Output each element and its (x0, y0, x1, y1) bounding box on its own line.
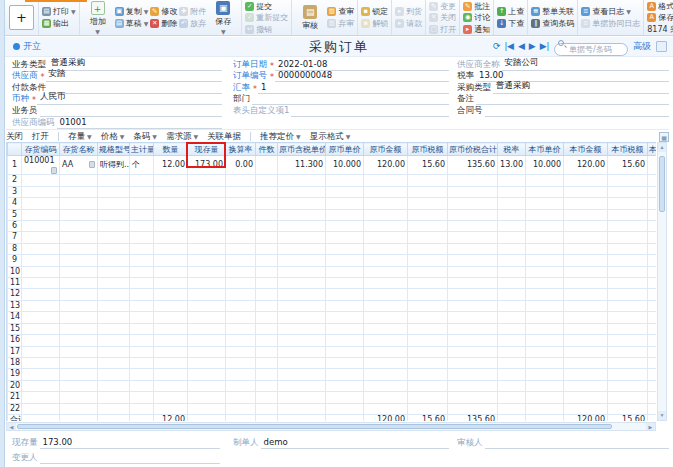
grid-cell[interactable] (498, 255, 526, 266)
grid-cell[interactable] (130, 278, 154, 289)
grid-cell[interactable] (60, 312, 98, 323)
grid-cell[interactable] (648, 369, 657, 380)
grid-cell[interactable] (154, 403, 188, 414)
grid-cell[interactable] (498, 380, 526, 391)
grid-cell[interactable] (526, 209, 564, 220)
grid-cell[interactable]: 听得到... (98, 156, 130, 175)
footer-value[interactable]: 173.00 (40, 437, 221, 449)
grid-cell[interactable] (256, 156, 278, 175)
grid-cell[interactable] (364, 335, 408, 346)
grid-cell[interactable] (564, 221, 608, 232)
grid-cell[interactable] (98, 289, 130, 300)
grid-cell[interactable] (364, 175, 408, 186)
grid-cell[interactable] (256, 209, 278, 220)
grid-cell[interactable] (326, 255, 364, 266)
grid-cell[interactable] (278, 335, 326, 346)
grid-cell[interactable] (364, 323, 408, 334)
grid-cell[interactable] (326, 232, 364, 243)
grid-cell[interactable] (256, 278, 278, 289)
grid-cell[interactable] (226, 357, 256, 368)
grid-cell[interactable] (526, 392, 564, 403)
grid-toolbar-需求源[interactable]: 需求源▼ (166, 131, 198, 143)
grid-cell[interactable] (448, 278, 498, 289)
grid-cell[interactable] (564, 392, 608, 403)
grid-cell[interactable] (98, 312, 130, 323)
grid-cell[interactable] (154, 209, 188, 220)
grid-cell[interactable] (526, 312, 564, 323)
row-number[interactable]: 4 (8, 198, 22, 209)
notify-button[interactable]: ▸通知 (463, 24, 490, 35)
grid-cell[interactable] (130, 346, 154, 357)
grid-cell[interactable] (364, 357, 408, 368)
view-audit-button[interactable]: ▥查审 (327, 7, 354, 18)
grid-cell[interactable] (256, 369, 278, 380)
row-number[interactable]: 17 (8, 346, 22, 357)
row-number[interactable]: 9 (8, 255, 22, 266)
grid-cell[interactable] (564, 357, 608, 368)
field-value[interactable] (252, 95, 449, 105)
grid-cell[interactable] (648, 346, 657, 357)
first-record-icon[interactable]: |◀ (505, 42, 514, 51)
grid-cell[interactable] (498, 392, 526, 403)
grid-cell[interactable] (526, 278, 564, 289)
grid-cell[interactable] (226, 255, 256, 266)
grid-cell[interactable] (608, 380, 648, 391)
grid-cell[interactable] (364, 289, 408, 300)
refresh-icon[interactable]: ⟳ (493, 42, 501, 51)
grid-cell[interactable] (60, 335, 98, 346)
grid-cell[interactable] (608, 221, 648, 232)
grid-cell[interactable] (408, 266, 448, 277)
grid-cell[interactable] (448, 175, 498, 186)
grid-cell[interactable] (22, 289, 60, 300)
grid-cell[interactable] (256, 414, 278, 421)
grid-cell[interactable] (278, 403, 326, 414)
grid-cell[interactable] (154, 323, 188, 334)
grid-cell[interactable] (188, 186, 226, 197)
grid-cell[interactable] (498, 369, 526, 380)
grid-cell[interactable] (60, 243, 98, 254)
grid-cell[interactable] (448, 209, 498, 220)
grid-cell[interactable] (60, 300, 98, 311)
grid-cell[interactable] (60, 346, 98, 357)
row-number[interactable]: 5 (8, 209, 22, 220)
grid-cell[interactable] (326, 186, 364, 197)
field-label-供应商[interactable]: 供应商 (12, 70, 38, 82)
grid-cell[interactable] (22, 266, 60, 277)
grid-cell[interactable] (564, 346, 608, 357)
scroll-up-icon[interactable]: ▲ (658, 143, 666, 152)
grid-cell[interactable] (326, 221, 364, 232)
grid-cell[interactable]: 13.00 (498, 156, 526, 175)
grid-cell[interactable] (526, 300, 564, 311)
row-number[interactable]: 11 (8, 278, 22, 289)
grid-toolbar-价格[interactable]: 价格▼ (101, 131, 125, 143)
order-relation-button[interactable]: ≣整单关联 (531, 7, 574, 18)
grid-cell[interactable] (498, 346, 526, 357)
grid-cell[interactable] (364, 209, 408, 220)
column-header-规格型号[interactable]: 规格型号 (98, 143, 130, 156)
grid-cell[interactable] (256, 175, 278, 186)
grid-cell[interactable] (188, 175, 226, 186)
grid-cell[interactable] (326, 175, 364, 186)
grid-cell[interactable] (154, 186, 188, 197)
grid-cell[interactable] (408, 369, 448, 380)
grid-cell[interactable] (226, 312, 256, 323)
grid-cell[interactable] (256, 357, 278, 368)
grid-cell[interactable]: 010001 (22, 156, 60, 175)
grid-cell[interactable] (278, 175, 326, 186)
grid-cell[interactable] (98, 323, 130, 334)
grid-cell[interactable] (22, 335, 60, 346)
grid-cell[interactable] (498, 312, 526, 323)
grid-cell[interactable] (408, 312, 448, 323)
grid-cell[interactable] (226, 278, 256, 289)
grid-cell[interactable] (188, 198, 226, 209)
grid-cell[interactable] (648, 323, 657, 334)
grid-cell[interactable]: 15.60 (608, 156, 648, 175)
scroll-down-icon[interactable]: ▼ (658, 411, 666, 420)
grid-cell[interactable] (564, 186, 608, 197)
printer-button[interactable]: ▤打印▼ (42, 7, 76, 18)
grid-cell[interactable] (364, 278, 408, 289)
grid-cell[interactable] (278, 221, 326, 232)
grid-cell[interactable] (564, 243, 608, 254)
column-header-存货名称[interactable]: 存货名称 (60, 143, 98, 156)
grid-cell[interactable] (526, 221, 564, 232)
